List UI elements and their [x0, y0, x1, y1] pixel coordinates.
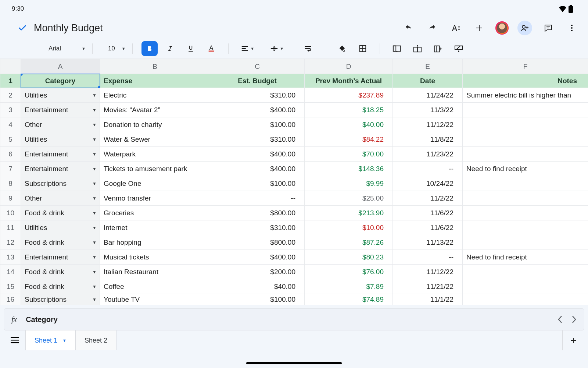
- row-number[interactable]: 15: [0, 279, 21, 294]
- cell[interactable]: $76.00: [305, 265, 393, 279]
- chevron-down-icon[interactable]: ▼: [92, 107, 97, 113]
- cell[interactable]: $18.25: [305, 103, 393, 117]
- cell[interactable]: $100.00: [210, 176, 305, 191]
- add-button[interactable]: [472, 21, 487, 35]
- category-dropdown-cell[interactable]: Other▼: [21, 117, 100, 132]
- chevron-down-icon[interactable]: ▼: [92, 210, 97, 216]
- cell[interactable]: $40.00: [305, 117, 393, 132]
- column-header-a[interactable]: A: [21, 59, 100, 74]
- cell[interactable]: 11/23/22: [393, 147, 463, 162]
- cell[interactable]: 11/12/22: [393, 117, 463, 132]
- cell[interactable]: $400.00: [210, 147, 305, 162]
- cell[interactable]: $7.89: [305, 279, 393, 294]
- insert-cells-button[interactable]: [409, 41, 426, 56]
- horizontal-align-button[interactable]: ▼: [237, 41, 258, 56]
- cell[interactable]: [463, 235, 588, 250]
- cell[interactable]: $87.26: [305, 235, 393, 250]
- chevron-down-icon[interactable]: ▼: [92, 297, 97, 302]
- cell[interactable]: $400.00: [210, 250, 305, 265]
- share-button[interactable]: [517, 21, 532, 35]
- row-number[interactable]: 1: [0, 74, 21, 88]
- cell[interactable]: Coffee: [100, 279, 210, 294]
- cell[interactable]: 11/8/22: [393, 132, 463, 147]
- category-dropdown-cell[interactable]: Food & drink▼: [21, 265, 100, 279]
- cell[interactable]: Italian Restaurant: [100, 265, 210, 279]
- sheet-tab-1[interactable]: Sheet 1▼: [26, 330, 76, 350]
- row-number[interactable]: 11: [0, 220, 21, 235]
- cell[interactable]: $25.00: [305, 191, 393, 206]
- cell[interactable]: 11/24/22: [393, 88, 463, 103]
- cell[interactable]: 11/13/22: [393, 235, 463, 250]
- category-dropdown-cell[interactable]: Entertainment▼: [21, 103, 100, 117]
- chevron-down-icon[interactable]: ▼: [92, 255, 97, 260]
- table-row[interactable]: 5Utilities▼Water & Sewer$310.00$84.2211/…: [0, 132, 588, 147]
- row-number[interactable]: 13: [0, 250, 21, 265]
- fill-color-button[interactable]: [334, 41, 350, 56]
- all-sheets-button[interactable]: [4, 330, 26, 350]
- cell[interactable]: 11/6/22: [393, 220, 463, 235]
- navigation-handle[interactable]: [246, 362, 342, 364]
- column-header-c[interactable]: C: [210, 59, 305, 74]
- category-dropdown-cell[interactable]: Entertainment▼: [21, 147, 100, 162]
- category-dropdown-cell[interactable]: Other▼: [21, 191, 100, 206]
- category-dropdown-cell[interactable]: Food & drink▼: [21, 279, 100, 294]
- document-title[interactable]: Monthly Budget: [34, 22, 103, 34]
- cell[interactable]: [463, 103, 588, 117]
- bold-button[interactable]: [141, 41, 158, 56]
- cell[interactable]: $237.89: [305, 88, 393, 103]
- comments-button[interactable]: [541, 21, 556, 35]
- category-dropdown-cell[interactable]: Food & drink▼: [21, 235, 100, 250]
- category-dropdown-cell[interactable]: Entertainment▼: [21, 250, 100, 265]
- text-wrap-button[interactable]: [300, 41, 316, 56]
- fx-next-button[interactable]: [571, 315, 577, 323]
- cell[interactable]: $310.00: [210, 88, 305, 103]
- cell[interactable]: Movies: “Avatar 2”: [100, 103, 210, 117]
- cell[interactable]: $100.00: [210, 117, 305, 132]
- category-dropdown-cell[interactable]: Food & drink▼: [21, 206, 100, 220]
- cell[interactable]: $310.00: [210, 220, 305, 235]
- cell[interactable]: Date: [393, 74, 463, 88]
- cell[interactable]: --: [393, 250, 463, 265]
- underline-button[interactable]: [183, 41, 199, 56]
- category-dropdown-cell[interactable]: Subscriptions▼: [21, 176, 100, 191]
- table-row[interactable]: 9Other▼Venmo transfer--$25.0011/2/22: [0, 191, 588, 206]
- cell[interactable]: Google One: [100, 176, 210, 191]
- row-number[interactable]: 14: [0, 265, 21, 279]
- cell[interactable]: $70.00: [305, 147, 393, 162]
- row-number[interactable]: 8: [0, 176, 21, 191]
- cell[interactable]: [463, 117, 588, 132]
- column-header-d[interactable]: D: [305, 59, 393, 74]
- cell[interactable]: Summer electric bill is higher than: [463, 88, 588, 103]
- cell-a1-selected[interactable]: Category: [21, 74, 100, 88]
- category-dropdown-cell[interactable]: Entertainment▼: [21, 162, 100, 176]
- chevron-down-icon[interactable]: ▼: [92, 122, 97, 127]
- check-icon[interactable]: [18, 23, 27, 33]
- cell[interactable]: Electric: [100, 88, 210, 103]
- freeze-button[interactable]: [389, 41, 405, 56]
- cell[interactable]: Waterpark: [100, 147, 210, 162]
- table-row[interactable]: 16Subscriptions▼Youtube TV$100.00$74.891…: [0, 294, 588, 305]
- chevron-down-icon[interactable]: ▼: [92, 181, 97, 186]
- spreadsheet-grid[interactable]: A B C D E F 1 Category Expense Est. Budg…: [0, 59, 588, 305]
- cell[interactable]: 11/1/22: [393, 294, 463, 305]
- cell[interactable]: Need to find receipt: [463, 250, 588, 265]
- cell[interactable]: 11/3/22: [393, 103, 463, 117]
- column-header-b[interactable]: B: [100, 59, 210, 74]
- chevron-down-icon[interactable]: ▼: [92, 93, 97, 98]
- select-all-corner[interactable]: [0, 59, 21, 74]
- cell[interactable]: --: [393, 162, 463, 176]
- table-row[interactable]: 6Entertainment▼Waterpark$400.00$70.0011/…: [0, 147, 588, 162]
- row-number[interactable]: 2: [0, 88, 21, 103]
- cell[interactable]: 11/6/22: [393, 206, 463, 220]
- fx-prev-button[interactable]: [557, 315, 563, 323]
- cell[interactable]: Est. Budget: [210, 74, 305, 88]
- row-number[interactable]: 4: [0, 117, 21, 132]
- table-row[interactable]: 12Food & drink▼Bar hopping$800.00$87.261…: [0, 235, 588, 250]
- insert-row-button[interactable]: [451, 41, 467, 56]
- cell[interactable]: Expense: [100, 74, 210, 88]
- column-header-f[interactable]: F: [463, 59, 588, 74]
- redo-button[interactable]: [425, 21, 440, 35]
- header-row[interactable]: 1 Category Expense Est. Budget Prev Mont…: [0, 74, 588, 88]
- text-format-button[interactable]: [448, 21, 463, 35]
- cell[interactable]: [463, 220, 588, 235]
